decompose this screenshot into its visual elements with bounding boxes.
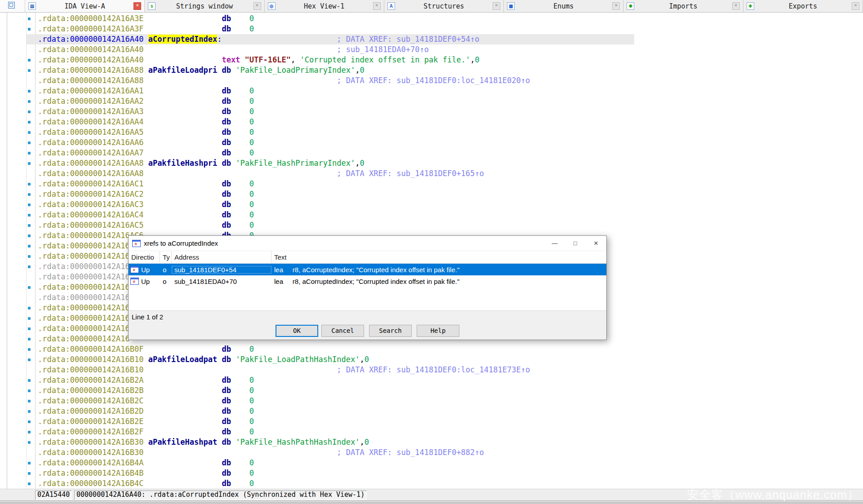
listing-line[interactable]: .rdata:0000000142A16B10 aPakfileLoadpat … [0,354,863,365]
listing-line[interactable]: .rdata:0000000142A16B10 ; DATA XREF: sub… [0,365,863,375]
tab-close-icon[interactable]: ✕ [732,2,740,10]
line-marker-dot [28,214,31,217]
listing-line[interactable]: .rdata:0000000142A16AA7 db 0 [0,148,863,158]
listing-line[interactable]: .rdata:0000000142A16AA5 db 0 [0,127,863,137]
line-marker-dot [28,234,31,237]
listing-line[interactable]: .rdata:0000000142A16AA1 db 0 [0,86,863,96]
tab-strings-window[interactable]: sStrings window✕ [145,0,264,12]
line-text: .rdata:0000000142A16AA8 aPakfileHashpri … [38,158,365,168]
xref-table-body: Up o sub_14181DEF0+54 lea r8, aCorrupted… [129,264,606,313]
xref-table-header: Directio Ty Address Text [129,251,606,264]
line-text: .rdata:0000000142A16AC5 db 0 [38,220,254,230]
tab-imports[interactable]: ✱Imports✕ [623,0,743,12]
tab-close-icon[interactable]: ✕ [133,2,141,10]
line-marker-dot [28,245,31,248]
line-marker-dot [28,348,31,351]
tab-structures[interactable]: AStructures✕ [384,0,504,12]
xref-table-row[interactable]: Up o sub_14181DEF0+54 lea r8, aCorrupted… [129,264,606,275]
xrefs-dialog: xrefs to aCorruptedIndex — □ ✕ Directio … [128,235,607,340]
listing-line[interactable]: .rdata:0000000142A16AC1 db 0 [0,179,863,189]
listing-line[interactable]: .rdata:0000000142A16B30 ; DATA XREF: sub… [0,447,863,458]
search-button[interactable]: Search [369,325,412,337]
listing-line[interactable]: .rdata:0000000142A16A40 ; sub_14181EDA0+… [0,44,863,55]
tab-close-icon[interactable]: ✕ [852,2,859,10]
close-icon[interactable]: ✕ [586,236,606,251]
tab-enums[interactable]: ▦Enums✕ [504,0,623,12]
listing-line[interactable]: .rdata:0000000142A16AA8 ; DATA XREF: sub… [0,168,863,179]
ida-view-icon: ▤ [28,2,36,10]
xrefs-dialog-titlebar[interactable]: xrefs to aCorruptedIndex — □ ✕ [129,236,606,251]
tab-close-icon[interactable]: ✕ [373,2,381,10]
column-header-direction[interactable]: Directio [129,251,160,263]
line-marker-dot [28,265,31,268]
tab-close-icon[interactable]: ✕ [612,2,620,10]
status-address-cell: 0000000142A16A40: .rdata:aCorruptedIndex… [74,491,367,500]
tab-hex-view-1[interactable]: ◎Hex View-1✕ [265,0,384,12]
line-marker-dot [28,441,31,444]
listing-line[interactable]: .rdata:0000000142A16AC5 db 0 [0,220,863,230]
line-text: .rdata:0000000142A16AA1 db 0 [38,86,254,96]
tab-ida-view-a[interactable]: ▤IDA View-A✕ [25,0,145,12]
tab-bar: ▤IDA View-A✕sStrings window✕◎Hex View-1✕… [0,0,863,13]
line-text: .rdata:0000000142A16B10 aPakfileLoadpat … [38,354,369,365]
line-marker-dot [28,327,31,330]
line-marker-dot [28,100,31,103]
tab-label: Imports [634,2,732,10]
ida-main-window: ▤IDA View-A✕sStrings window✕◎Hex View-1✕… [0,0,863,504]
listing-line[interactable]: .rdata:0000000142A16AC2 db 0 [0,189,863,199]
listing-line[interactable]: .rdata:0000000142A16B0F db 0 [0,344,863,354]
tab-exports[interactable]: ✚Exports✕ [743,0,863,12]
line-marker-dot [28,183,31,186]
column-header-address[interactable]: Address [172,251,271,263]
listing-line[interactable]: .rdata:0000000142A16B2F db 0 [0,427,863,437]
line-marker-dot [28,410,31,413]
listing-line[interactable]: .rdata:0000000142A16B2A db 0 [0,375,863,385]
listing-line[interactable]: .rdata:0000000142A16B4A db 0 [0,458,863,468]
structures-icon: A [387,2,395,10]
line-text: .rdata:0000000142A16 [38,334,130,344]
listing-line[interactable]: .rdata:0000000142A16B4B db 0 [0,468,863,478]
listing-line[interactable]: .rdata:0000000142A16B2B db 0 [0,385,863,396]
tab-close-icon[interactable]: ✕ [254,2,261,10]
minimize-icon[interactable]: — [544,236,565,251]
line-marker-dot [28,203,31,206]
ok-button[interactable]: OK [276,325,318,337]
listing-line[interactable]: .rdata:0000000142A16A40 aCorruptedIndex:… [0,34,863,44]
line-marker-dot [28,59,31,62]
listing-line[interactable]: .rdata:0000000142A16AA4 db 0 [0,117,863,127]
cancel-button[interactable]: Cancel [321,325,364,337]
listing-line[interactable]: .rdata:0000000142A16A88 ; DATA XREF: sub… [0,75,863,86]
listing-line[interactable]: .rdata:0000000142A16B30 aPakfileHashpat … [0,437,863,447]
xrefs-dialog-footer: Line 1 of 2 OK Cancel Search Help [129,310,606,340]
listing-line[interactable]: .rdata:0000000142A16A3E db 0 [0,13,863,24]
listing-line[interactable]: .rdata:0000000142A16AA6 db 0 [0,137,863,148]
tab-close-icon[interactable]: ✕ [493,2,500,10]
listing-line[interactable]: .rdata:0000000142A16B2C db 0 [0,396,863,406]
line-text: .rdata:0000000142A16AA6 db 0 [38,137,254,148]
exports-icon: ✚ [747,2,754,10]
tab-label: Structures [395,2,493,10]
listing-line[interactable]: .rdata:0000000142A16AC3 db 0 [0,199,863,210]
help-button[interactable]: Help [417,325,459,337]
listing-line[interactable]: .rdata:0000000142A16B2E db 0 [0,416,863,427]
column-header-text[interactable]: Text [271,251,606,263]
line-text: .rdata:0000000142A16 [38,241,130,251]
line-marker-dot [28,482,31,485]
listing-line[interactable]: .rdata:0000000142A16A88 aPakfileLoadpri … [0,65,863,75]
listing-line[interactable]: .rdata:0000000142A16A40 text "UTF-16LE",… [0,55,863,65]
column-header-type[interactable]: Ty [160,251,172,263]
line-text: .rdata:0000000142A16B4C db 0 [38,478,254,489]
listing-line[interactable]: .rdata:0000000142A16AA3 db 0 [0,106,863,117]
line-text: .rdata:0000000142A16B0F db 0 [38,344,254,354]
listing-line[interactable]: .rdata:0000000142A16AA2 db 0 [0,96,863,106]
listing-line[interactable]: .rdata:0000000142A16AC4 db 0 [0,210,863,220]
line-marker-dot [28,358,31,361]
listing-line[interactable]: .rdata:0000000142A16A3F db 0 [0,24,863,34]
xref-address: sub_14181DEF0+54 [172,266,271,274]
listing-line[interactable]: .rdata:0000000142A16AA8 aPakfileHashpri … [0,158,863,168]
hex-view-icon: ◎ [268,2,276,10]
maximize-icon[interactable]: □ [565,236,586,251]
xref-table-row[interactable]: Up o sub_14181EDA0+70 lea r8, aCorrupted… [129,275,606,287]
line-marker-dot [28,69,31,72]
listing-line[interactable]: .rdata:0000000142A16B2D db 0 [0,406,863,416]
